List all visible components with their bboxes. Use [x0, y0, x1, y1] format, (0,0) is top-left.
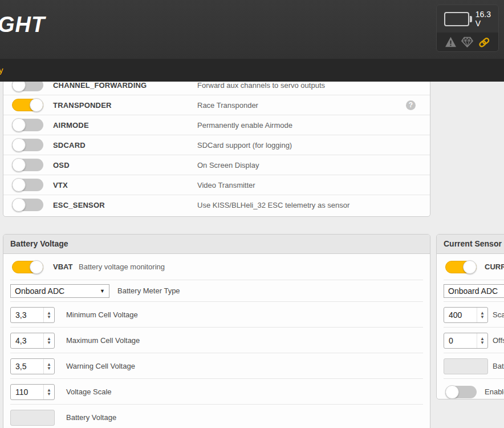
stepper-down-icon: ▼	[47, 392, 51, 396]
feature-row-osd: OSD On Screen Display	[3, 155, 430, 175]
input-value: 0	[444, 333, 477, 348]
current-offset-input[interactable]: 0 ▲▼	[444, 333, 488, 349]
feature-name: VTX	[53, 175, 68, 195]
airmode-toggle[interactable]	[12, 119, 43, 131]
legacy-msp-label: Enable support for legacy Multiwii MSP c…	[485, 379, 504, 399]
battery-voltage-readonly-input	[10, 410, 55, 426]
gem-icon	[461, 36, 474, 49]
link-icon[interactable]	[478, 36, 490, 49]
esc-sensor-toggle[interactable]	[12, 199, 43, 211]
feature-description: On Screen Display	[197, 155, 259, 175]
content-area: CHANNEL_FORWARDING Forward aux channels …	[0, 82, 504, 428]
channel-forwarding-toggle[interactable]	[12, 82, 43, 91]
battery-meter-type-row: Onboard ADC ▼ Battery Meter Type	[10, 280, 423, 302]
field-label: Maximum Cell Voltage	[66, 328, 140, 353]
stepper-down-icon: ▼	[47, 315, 51, 319]
toggle-knob	[12, 178, 26, 192]
feature-name: TRANSPONDER	[53, 95, 112, 115]
battery-current-readout-row: Battery Current	[444, 353, 504, 379]
stepper[interactable]: ▲▼	[43, 333, 54, 348]
current-scale-input[interactable]: 400 ▲▼	[444, 307, 488, 323]
current-meter-type-row: Onboard ADC ▼	[444, 280, 504, 302]
stepper[interactable]: ▲▼	[477, 333, 487, 348]
battery-meter-type-select[interactable]: Onboard ADC ▼	[10, 284, 109, 298]
input-value: 3,3	[11, 308, 43, 322]
feature-row-vtx: VTX Video Transmitter	[3, 175, 430, 195]
stepper-down-icon: ▼	[480, 341, 485, 345]
legacy-msp-row: Enable support for legacy Multiwii MSP c…	[444, 379, 504, 399]
battery-voltage-readout: 16.3 V	[475, 10, 498, 28]
feature-name: AIRMODE	[53, 115, 89, 135]
max-cell-voltage-input[interactable]: 4,3 ▲▼	[10, 333, 55, 349]
toggle-knob	[30, 98, 43, 112]
stepper-down-icon: ▼	[47, 341, 51, 345]
status-box: 16.3 V	[436, 5, 499, 52]
field-label: Scale the output voltage to milliamps [1…	[493, 302, 504, 328]
app-header: GHT 16.3 V	[0, 0, 504, 59]
transponder-toggle[interactable]	[12, 99, 43, 111]
betaflight-logo: GHT	[0, 13, 45, 37]
feature-description: Video Transmitter	[197, 175, 255, 195]
warning-cell-voltage-input[interactable]: 3,5 ▲▼	[10, 358, 55, 374]
input-value: 400	[444, 308, 477, 322]
field-label: Warning Cell Voltage	[66, 353, 135, 379]
help-icon[interactable]: ?	[406, 100, 416, 110]
voltage-scale-row: 110 ▲▼ Voltage Scale	[10, 379, 423, 405]
feature-row-transponder: TRANSPONDER Race Transponder ?	[3, 95, 430, 115]
feature-description: SDCard support (for logging)	[197, 135, 292, 155]
feature-description: Race Transponder	[197, 95, 258, 115]
legacy-msp-toggle[interactable]	[445, 386, 477, 398]
current-meter-label: CURRENT_METER	[485, 254, 504, 280]
battery-icon	[444, 12, 469, 26]
input-value: 3,5	[11, 359, 43, 374]
current-meter-row: CURRENT_METER	[444, 254, 504, 280]
toggle-knob	[12, 198, 26, 212]
voltage-scale-input[interactable]: 110 ▲▼	[10, 384, 55, 400]
stepper[interactable]: ▲▼	[43, 308, 54, 322]
field-label: Battery Voltage	[66, 405, 116, 428]
battery-voltage-card: Battery Voltage VBAT Battery voltage mon…	[3, 234, 430, 428]
stepper-down-icon: ▼	[480, 315, 485, 319]
feature-name: ESC_SENSOR	[53, 195, 105, 215]
battery-meter-type-label: Battery Meter Type	[117, 280, 180, 302]
current-card-title: Current Sensor	[437, 235, 504, 254]
vbat-row: VBAT Battery voltage monitoring	[10, 254, 423, 280]
current-sensor-card: Current Sensor CURRENT_METER Onboard ADC…	[436, 234, 504, 399]
vtx-toggle[interactable]	[12, 179, 43, 191]
current-meter-type-select[interactable]: Onboard ADC ▼	[444, 284, 504, 298]
stepper[interactable]: ▲▼	[43, 359, 54, 374]
feature-description: Use KISS/BLHeli_32 ESC telemetry as sens…	[197, 195, 349, 215]
current-meter-toggle[interactable]	[445, 261, 477, 273]
feature-description: Permanently enable Airmode	[197, 115, 292, 135]
selected-option: Onboard ADC	[448, 286, 498, 296]
field-label: Offset in millivolt steps	[493, 328, 504, 353]
tab-bar: y	[0, 59, 504, 82]
toggle-knob	[463, 260, 477, 274]
stepper[interactable]: ▲▼	[43, 385, 54, 399]
toggle-knob	[445, 385, 459, 399]
vbat-description: Battery voltage monitoring	[79, 254, 165, 280]
toggle-knob	[30, 260, 43, 274]
min-cell-voltage-row: 3,3 ▲▼ Minimum Cell Voltage	[10, 302, 423, 328]
field-label: Voltage Scale	[66, 379, 112, 405]
active-tab-label[interactable]: y	[0, 59, 3, 82]
stepper[interactable]: ▲▼	[477, 308, 487, 322]
min-cell-voltage-input[interactable]: 3,3 ▲▼	[10, 307, 55, 323]
battery-status: 16.3 V	[437, 5, 498, 33]
feature-row-channel-forwarding: CHANNEL_FORWARDING Forward aux channels …	[3, 82, 430, 95]
battery-current-readonly-input	[444, 358, 488, 374]
max-cell-voltage-row: 4,3 ▲▼ Maximum Cell Voltage	[10, 328, 423, 353]
toggle-knob	[12, 118, 26, 132]
osd-toggle[interactable]	[12, 159, 43, 171]
features-card: CHANNEL_FORWARDING Forward aux channels …	[3, 82, 430, 217]
toggle-knob	[12, 138, 26, 152]
sdcard-toggle[interactable]	[12, 139, 43, 151]
input-value: 110	[11, 385, 43, 399]
stepper-down-icon: ▼	[47, 366, 51, 370]
selected-option: Onboard ADC	[15, 286, 64, 296]
toggle-knob	[12, 158, 26, 172]
battery-card-title: Battery Voltage	[3, 235, 430, 254]
vbat-toggle[interactable]	[12, 261, 43, 273]
input-value: 4,3	[11, 333, 43, 348]
battery-voltage-readout-row: Battery Voltage	[10, 405, 423, 428]
